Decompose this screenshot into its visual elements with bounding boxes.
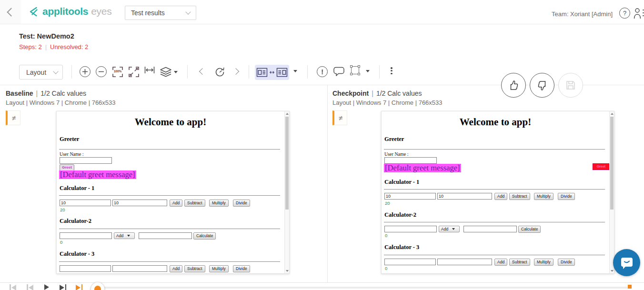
baseline-meta: Layout | Windows 7 | Chrome | 766x533 xyxy=(6,99,116,106)
chat-launcher-button[interactable] xyxy=(613,249,640,276)
region-caret-button[interactable] xyxy=(366,70,370,72)
greet-message: [Default greet message] xyxy=(59,170,136,179)
calc2-input2 xyxy=(139,232,192,239)
step-back-button[interactable] xyxy=(27,284,33,290)
thumb-dot-icon xyxy=(94,286,101,290)
greeter-heading: Greeter xyxy=(60,136,79,143)
checkpoint-meta: Layout | Windows 7 | Chrome | 766x533 xyxy=(332,99,443,106)
next-step-button[interactable] xyxy=(233,69,238,74)
calc2-result: 0 xyxy=(60,240,62,245)
back-button[interactable] xyxy=(0,0,21,24)
skip-to-end-button[interactable] xyxy=(76,284,82,290)
comments-button[interactable] xyxy=(333,66,345,77)
zoom-level-label: 100% xyxy=(112,70,123,73)
app-window: applitools eyes Test results Team: Xoria… xyxy=(0,0,644,290)
calc1-heading: Calculator - 1 xyxy=(60,185,94,192)
timeline-thumb[interactable] xyxy=(91,282,105,290)
play-button[interactable] xyxy=(44,284,49,290)
calc3-input1 xyxy=(384,259,436,265)
layout-dropdown-label: Layout xyxy=(26,69,54,76)
side-by-side-view-toggle[interactable] xyxy=(255,65,289,80)
calc2-heading: Calculator-2 xyxy=(60,218,91,225)
thumbs-up-button[interactable] xyxy=(501,73,526,98)
zoom-100-button[interactable]: 100% xyxy=(112,66,123,78)
previous-step-button[interactable] xyxy=(200,69,205,74)
help-button[interactable]: ? xyxy=(619,8,630,19)
calc1-result: 20 xyxy=(60,207,65,212)
toolbar-divider xyxy=(379,65,380,79)
subtract-button: Subtract xyxy=(184,200,205,207)
layout-dropdown[interactable]: Layout xyxy=(19,65,63,80)
replay-button[interactable] xyxy=(214,66,226,78)
select-caret-icon xyxy=(452,228,455,230)
baseline-screenshot[interactable]: Welcome to app! Greeter User Name : Gree… xyxy=(56,111,290,274)
username-label: User Name : xyxy=(60,151,84,157)
rule xyxy=(59,195,280,196)
more-options-button[interactable] xyxy=(391,66,392,75)
rule xyxy=(384,222,605,222)
skip-to-start-button[interactable] xyxy=(10,284,16,290)
username-input xyxy=(384,157,437,164)
baseline-header: Baseline|1/2 Calc values xyxy=(6,90,86,97)
scroll-down-icon xyxy=(286,270,289,272)
thumbs-down-button[interactable] xyxy=(530,73,554,98)
rule xyxy=(384,255,605,255)
replay-icon xyxy=(214,66,226,78)
scroll-up-icon xyxy=(286,113,289,115)
calc2-operation-value: Add xyxy=(116,233,123,238)
chevron-down-icon xyxy=(293,70,297,72)
logo-product-text: eyes xyxy=(91,6,111,17)
calc3-heading: Calculator - 3 xyxy=(384,244,419,251)
timeline-track[interactable] xyxy=(104,287,628,289)
user-menu-button[interactable] xyxy=(634,7,644,21)
greet-message: [Default greet message] xyxy=(384,164,461,172)
layers-button[interactable] xyxy=(160,66,178,78)
multiply-button: Multiply xyxy=(534,193,553,200)
app-title: Welcome to app! xyxy=(57,116,284,128)
app-title: Welcome to app! xyxy=(382,116,609,128)
zoom-out-button[interactable] xyxy=(96,66,107,77)
not-equal-icon: ≠ xyxy=(339,114,342,122)
checkpoint-screenshot[interactable]: Welcome to app! Greeter User Name : [Def… xyxy=(381,111,614,274)
calc3-result: 0 xyxy=(385,266,387,271)
double-arrow-icon xyxy=(269,70,275,75)
chevron-right-icon xyxy=(232,68,239,75)
zoom-in-icon xyxy=(80,66,91,77)
divide-button: Divide xyxy=(233,200,250,207)
top-bar: applitools eyes Test results Team: Xoria… xyxy=(0,0,644,24)
view-mode-caret-button[interactable] xyxy=(293,70,297,72)
scrollbar-thumb xyxy=(610,117,614,210)
stats-separator: | xyxy=(45,43,47,50)
calc1-input2: 10 xyxy=(437,193,492,200)
zoom-in-button[interactable] xyxy=(80,66,91,77)
fit-width-button[interactable] xyxy=(144,66,155,74)
baseline-diff-badge: ≠ xyxy=(6,110,20,125)
chevron-left-icon xyxy=(199,68,206,75)
calc1-input2: 10 xyxy=(112,200,167,206)
step-back-icon xyxy=(27,284,28,290)
fit-to-view-button[interactable] xyxy=(128,66,140,78)
scroll-down-icon xyxy=(611,270,614,272)
calc2-operation-select: Add xyxy=(114,232,135,239)
step-forward-button[interactable] xyxy=(60,284,66,290)
team-label: Team: Xoriant [Admin] xyxy=(552,10,613,18)
save-icon xyxy=(565,80,576,91)
baseline-step-label: 1/2 Calc values xyxy=(40,90,86,97)
checkpoint-panel-icon xyxy=(276,68,288,77)
rule xyxy=(59,229,280,229)
region-select-icon xyxy=(351,66,359,74)
toolbar-divider xyxy=(249,65,249,79)
applitools-logo[interactable]: applitools eyes xyxy=(29,6,111,17)
scroll-up-icon xyxy=(611,113,614,115)
checkpoint-diff-badge: ≠ xyxy=(332,110,347,125)
subtract-button: Subtract xyxy=(509,193,530,200)
view-dropdown[interactable]: Test results xyxy=(125,6,196,20)
question-mark-icon: ? xyxy=(623,10,626,17)
calc1-heading: Calculator - 1 xyxy=(384,179,419,186)
calc2-result: 0 xyxy=(385,233,387,238)
region-select-button[interactable] xyxy=(351,66,359,74)
save-button[interactable] xyxy=(558,73,583,98)
calc2-operation-value: Add xyxy=(441,227,448,231)
issues-button[interactable]: ! xyxy=(317,66,328,77)
view-dropdown-label: Test results xyxy=(131,9,186,17)
